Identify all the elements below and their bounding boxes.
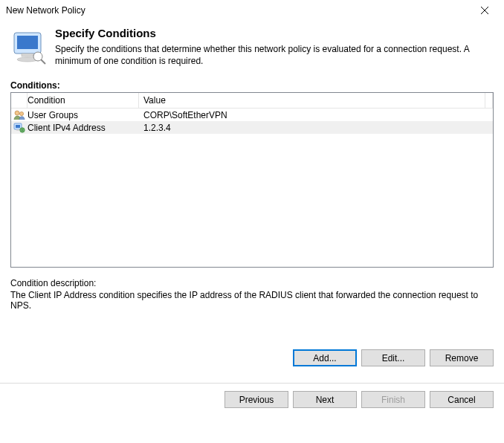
condition-name: Client IPv4 Address bbox=[28, 123, 139, 133]
column-header-value[interactable]: Value bbox=[139, 93, 485, 108]
conditions-header: Condition Value bbox=[11, 93, 493, 109]
svg-rect-3 bbox=[17, 36, 38, 49]
close-button[interactable] bbox=[470, 1, 500, 19]
svg-rect-12 bbox=[16, 129, 19, 131]
window-title: New Network Policy bbox=[6, 5, 470, 16]
add-button[interactable]: Add... bbox=[293, 349, 357, 366]
edit-button[interactable]: Edit... bbox=[361, 349, 425, 366]
table-row[interactable]: User GroupsCORP\SoftEtherVPN bbox=[11, 109, 493, 121]
next-button[interactable]: Next bbox=[293, 391, 357, 408]
conditions-list[interactable]: Condition Value User GroupsCORP\SoftEthe… bbox=[10, 92, 494, 268]
conditions-label: Conditions: bbox=[10, 80, 504, 91]
wizard-buttons: Previous Next Finish Cancel bbox=[0, 384, 504, 415]
title-bar: New Network Policy bbox=[0, 0, 504, 21]
previous-button[interactable]: Previous bbox=[224, 391, 288, 408]
table-row[interactable]: Client IPv4 Address1.2.3.4 bbox=[11, 121, 493, 134]
condition-description-label: Condition description: bbox=[10, 278, 494, 288]
svg-point-8 bbox=[15, 111, 19, 115]
finish-button: Finish bbox=[361, 391, 425, 408]
cancel-button[interactable]: Cancel bbox=[430, 391, 494, 408]
condition-description-text: The Client IP Address condition specifie… bbox=[10, 290, 494, 311]
page-description: Specify the conditions that determine wh… bbox=[55, 44, 497, 67]
condition-buttons: Add... Edit... Remove bbox=[10, 349, 494, 366]
page-title: Specify Conditions bbox=[55, 27, 497, 39]
wizard-header: Specify Conditions Specify the condition… bbox=[0, 21, 504, 73]
column-header-condition[interactable]: Condition bbox=[28, 93, 139, 108]
condition-name: User Groups bbox=[28, 110, 139, 120]
close-icon bbox=[481, 7, 488, 14]
condition-value: 1.2.3.4 bbox=[139, 123, 493, 133]
remove-button[interactable]: Remove bbox=[430, 349, 494, 366]
user-groups-icon bbox=[11, 109, 28, 121]
svg-point-9 bbox=[19, 111, 23, 115]
svg-rect-4 bbox=[22, 54, 33, 56]
client-ip-icon bbox=[11, 122, 28, 134]
svg-line-7 bbox=[41, 59, 45, 64]
policy-monitor-icon bbox=[10, 28, 48, 67]
condition-value: CORP\SoftEtherVPN bbox=[139, 110, 493, 120]
svg-rect-11 bbox=[16, 125, 20, 128]
